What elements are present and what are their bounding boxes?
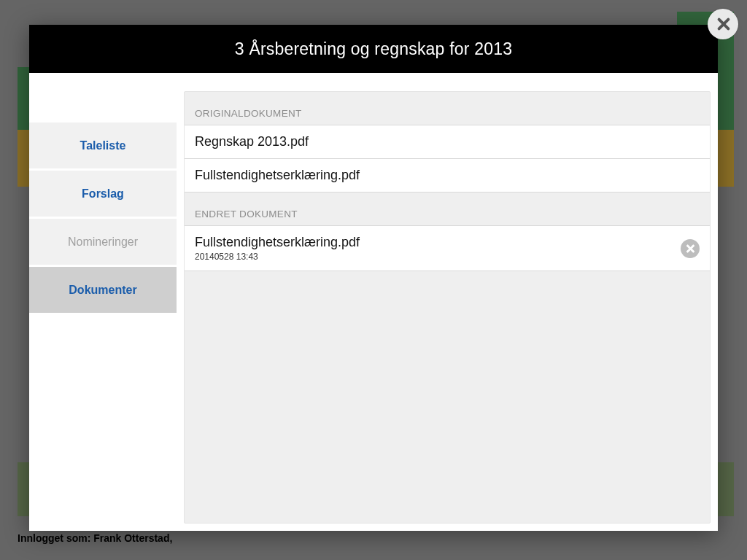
modal-content: ORIGINALDOKUMENT Regnskap 2013.pdf Fulls… xyxy=(177,73,718,531)
section-heading-changed: ENDRET DOKUMENT xyxy=(185,192,710,226)
delete-document-button[interactable] xyxy=(681,239,700,258)
close-modal-button[interactable] xyxy=(708,9,738,39)
document-row[interactable]: Fullstendighetserklæring.pdf 20140528 13… xyxy=(185,226,710,271)
tab-taleliste[interactable]: Taleliste xyxy=(29,122,177,168)
close-icon xyxy=(716,17,730,31)
document-filename: Fullstendighetserklæring.pdf xyxy=(195,168,360,183)
tab-label: Dokumenter xyxy=(69,284,136,297)
modal-body: Taleliste Forslag Nomineringer Dokumente… xyxy=(29,73,718,531)
modal-sidebar: Taleliste Forslag Nomineringer Dokumente… xyxy=(29,73,177,531)
document-modal: 3 Årsberetning og regnskap for 2013 Tale… xyxy=(29,25,718,531)
document-timestamp: 20140528 13:43 xyxy=(195,252,360,262)
tab-dokumenter[interactable]: Dokumenter xyxy=(29,267,177,313)
tab-label: Taleliste xyxy=(80,139,126,152)
tab-label: Nomineringer xyxy=(68,236,138,249)
section-heading-original: ORIGINALDOKUMENT xyxy=(185,92,710,125)
tab-nomineringer[interactable]: Nomineringer xyxy=(29,219,177,265)
logged-in-status: Innlogget som: Frank Otterstad, xyxy=(18,532,172,544)
document-row[interactable]: Regnskap 2013.pdf xyxy=(185,125,710,159)
document-list: ORIGINALDOKUMENT Regnskap 2013.pdf Fulls… xyxy=(184,91,711,524)
close-icon xyxy=(685,244,695,254)
document-filename: Regnskap 2013.pdf xyxy=(195,134,309,149)
modal-title: 3 Årsberetning og regnskap for 2013 xyxy=(29,25,718,73)
document-row[interactable]: Fullstendighetserklæring.pdf xyxy=(185,159,710,192)
tab-label: Forslag xyxy=(82,187,124,201)
document-filename: Fullstendighetserklæring.pdf xyxy=(195,235,360,250)
tab-forslag[interactable]: Forslag xyxy=(29,171,177,217)
